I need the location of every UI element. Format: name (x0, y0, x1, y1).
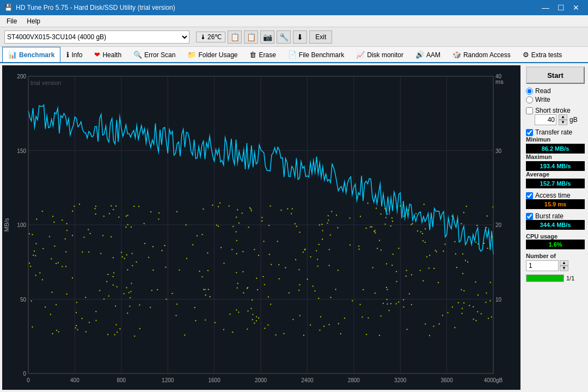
drive-select[interactable]: ST4000VX015-3CU104 (4000 gB) (4, 30, 189, 44)
number-down[interactable]: ▼ (560, 266, 568, 271)
read-option[interactable]: Read (526, 87, 585, 95)
error-scan-icon: 🔍 (133, 51, 142, 59)
main-content: Start Read Write Short stroke ▲ ▼ (0, 63, 588, 392)
extra-tests-icon: ⚙ (523, 51, 529, 59)
tab-random-access[interactable]: 🎲 Random Access (446, 47, 517, 62)
maximum-section: Maximun 193.4 MB/s (526, 154, 585, 171)
menu-bar: File Help (0, 15, 588, 27)
progress-bar-outer (526, 274, 564, 282)
number-input-row: ▲ ▼ (526, 260, 585, 271)
folder-icon: 📁 (187, 51, 196, 59)
tab-benchmark-label: Benchmark (19, 51, 54, 59)
read-label: Read (535, 87, 551, 95)
number-up[interactable]: ▲ (560, 260, 568, 266)
tab-benchmark[interactable]: 📊 Benchmark (2, 47, 60, 62)
tab-error-scan[interactable]: 🔍 Error Scan (127, 47, 181, 62)
burst-rate-checkbox[interactable]: Burst rate (526, 212, 585, 220)
info-icon: ℹ (66, 51, 69, 59)
tab-info-label: Info (71, 51, 82, 59)
random-access-icon: 🎲 (452, 51, 461, 59)
burst-rate-section: Burst rate 344.4 MB/s (526, 212, 585, 230)
thermometer-icon: 🌡 (200, 33, 206, 41)
write-label: Write (535, 96, 550, 103)
chart-area (2, 65, 520, 390)
tab-extra-tests[interactable]: ⚙ Extra tests (517, 47, 568, 62)
toolbar-btn-1[interactable]: 📋 (228, 30, 242, 44)
start-button[interactable]: Start (526, 66, 585, 84)
average-label: Average (526, 171, 585, 177)
read-write-options: Read Write (526, 87, 585, 103)
progress-bar-inner (526, 275, 564, 281)
number-input[interactable] (526, 260, 559, 271)
progress-label: 1/1 (566, 275, 574, 281)
write-option[interactable]: Write (526, 96, 585, 103)
title-bar: 💾 HD Tune Pro 5.75 - Hard Disk/SSD Utili… (0, 0, 588, 15)
transfer-rate-checkbox[interactable]: Transfer rate (526, 128, 585, 136)
burst-rate-check[interactable] (526, 213, 533, 220)
short-stroke-row: ▲ ▼ gB (535, 114, 585, 125)
temperature-value: 26℃ (207, 33, 222, 41)
tab-health[interactable]: ❤ Health (88, 47, 127, 62)
maximum-bar: 193.4 MB/s (526, 161, 585, 171)
burst-rate-bar: 344.4 MB/s (526, 220, 585, 230)
transfer-rate-check[interactable] (526, 129, 533, 136)
short-stroke-section: Short stroke ▲ ▼ gB (526, 107, 585, 125)
progress-section: 1/1 (526, 274, 585, 282)
number-of-section: Number of ▲ ▼ (526, 253, 585, 271)
window-controls: — ☐ ✕ (538, 0, 584, 15)
write-radio[interactable] (526, 96, 533, 103)
toolbar-btn-5[interactable]: ⬇ (293, 30, 307, 44)
tab-folder-usage[interactable]: 📁 Folder Usage (181, 47, 243, 62)
cpu-bar: 1.6% (526, 240, 585, 249)
exit-button[interactable]: Exit (309, 30, 332, 44)
right-panel: Start Read Write Short stroke ▲ ▼ (523, 63, 588, 392)
minimum-section: Minimun 86.2 MB/s (526, 136, 585, 154)
tab-erase[interactable]: 🗑 Erase (243, 47, 281, 62)
minimize-button[interactable]: — (538, 0, 553, 15)
short-stroke-input[interactable] (535, 114, 556, 125)
number-of-label: Number of (526, 253, 585, 259)
tab-extra-tests-label: Extra tests (531, 51, 562, 59)
tab-file-benchmark-label: File Benchmark (299, 51, 344, 59)
maximize-button[interactable]: ☐ (553, 0, 568, 15)
access-time-check[interactable] (526, 192, 533, 199)
access-time-section: Access time 15.9 ms (526, 192, 585, 209)
tab-info[interactable]: ℹ Info (60, 47, 88, 62)
transfer-rate-section: Transfer rate Minimun 86.2 MB/s Maximun … (526, 128, 585, 188)
average-section: Average 152.7 MB/s (526, 171, 585, 188)
toolbar-icons: 🌡 26℃ 📋 📋 📷 🔧 ⬇ Exit (196, 30, 332, 44)
tab-health-label: Health (102, 51, 121, 59)
short-stroke-checkbox[interactable]: Short stroke (526, 107, 585, 114)
tab-random-access-label: Random Access (463, 51, 511, 59)
stroke-unit: gB (569, 116, 578, 124)
stroke-up[interactable]: ▲ (559, 114, 567, 120)
toolbar-btn-4[interactable]: 🔧 (277, 30, 291, 44)
title-bar-text: HD Tune Pro 5.75 - Hard Disk/SSD Utility… (16, 4, 175, 11)
aam-icon: 🔊 (415, 51, 424, 59)
app-icon: 💾 (4, 4, 13, 11)
stroke-down[interactable]: ▼ (559, 120, 567, 125)
menu-file[interactable]: File (2, 16, 21, 26)
erase-icon: 🗑 (249, 51, 256, 59)
health-icon: ❤ (94, 51, 100, 59)
tab-file-benchmark[interactable]: 📄 File Benchmark (282, 47, 350, 62)
benchmark-icon: 📊 (8, 51, 17, 59)
minimum-bar: 86.2 MB/s (526, 144, 585, 154)
read-radio[interactable] (526, 88, 533, 95)
tab-aam[interactable]: 🔊 AAM (409, 47, 446, 62)
short-stroke-check[interactable] (526, 107, 533, 114)
cpu-label: CPU usage (526, 233, 585, 240)
tab-erase-label: Erase (259, 51, 275, 59)
menu-help[interactable]: Help (22, 16, 45, 26)
access-time-bar: 15.9 ms (526, 199, 585, 209)
disk-monitor-icon: 📈 (356, 51, 365, 59)
stroke-spinner: ▲ ▼ (559, 114, 567, 125)
toolbar-btn-2[interactable]: 📋 (244, 30, 258, 44)
close-button[interactable]: ✕ (568, 0, 584, 15)
minimum-label: Minimun (526, 136, 585, 143)
access-time-checkbox[interactable]: Access time (526, 192, 585, 199)
tab-disk-monitor[interactable]: 📈 Disk monitor (350, 47, 409, 62)
toolbar: ST4000VX015-3CU104 (4000 gB) 🌡 26℃ 📋 📋 📷… (0, 27, 588, 47)
toolbar-btn-3[interactable]: 📷 (260, 30, 274, 44)
benchmark-chart (2, 65, 520, 390)
